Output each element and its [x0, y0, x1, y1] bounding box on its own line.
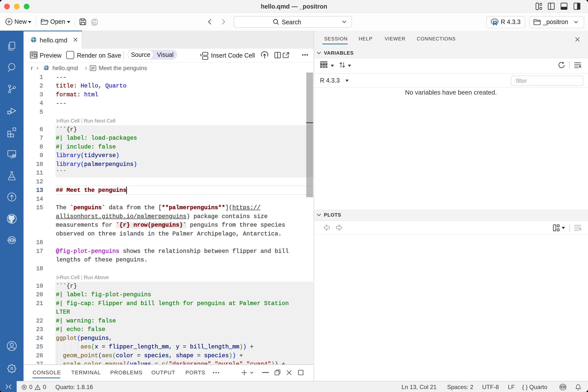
svg-text:R: R: [493, 19, 497, 26]
